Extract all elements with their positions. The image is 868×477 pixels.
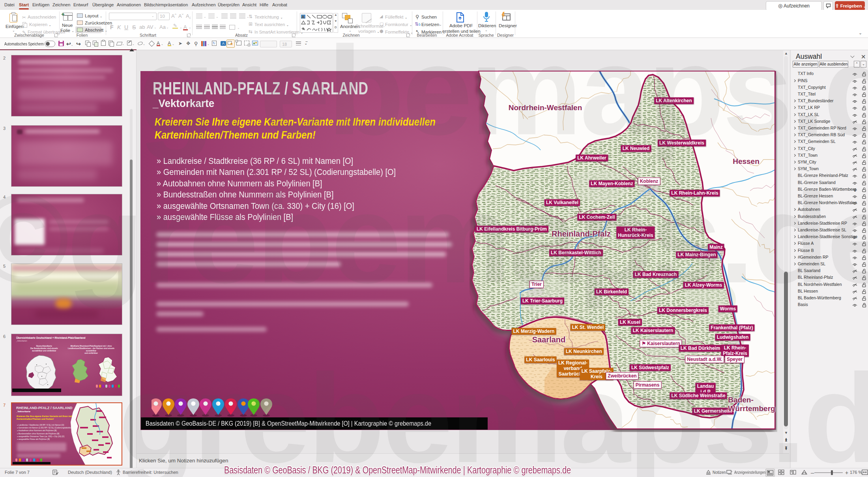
svg-text:A: A	[302, 15, 304, 19]
